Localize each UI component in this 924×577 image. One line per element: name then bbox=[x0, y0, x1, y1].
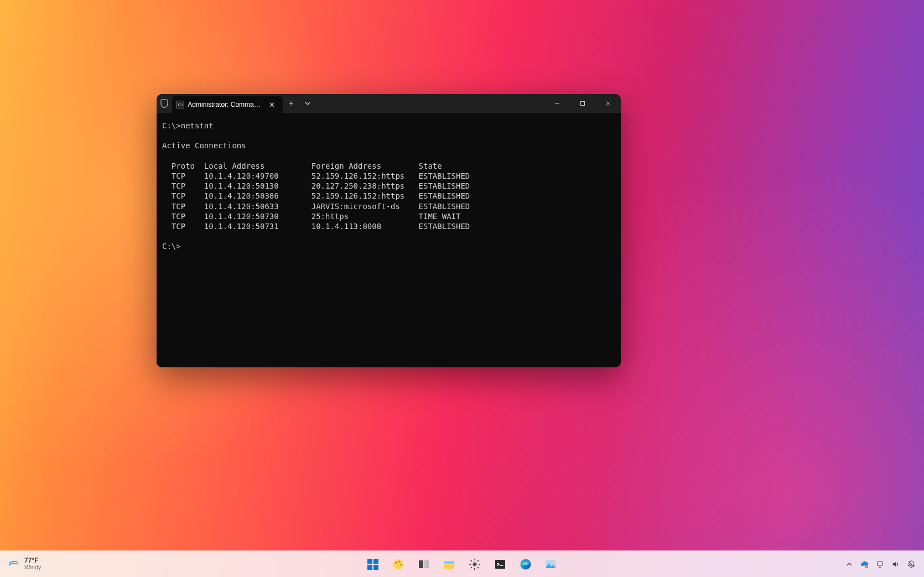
new-tab-button[interactable]: ＋ bbox=[283, 94, 299, 113]
taskbar-app-explorer[interactable] bbox=[438, 553, 460, 575]
svg-rect-0 bbox=[581, 102, 585, 106]
svg-point-8 bbox=[400, 564, 402, 565]
svg-rect-1 bbox=[367, 559, 372, 564]
taskbar-app-edge[interactable] bbox=[515, 553, 537, 575]
weather-condition: Windy bbox=[24, 564, 41, 571]
start-button[interactable] bbox=[362, 553, 384, 575]
svg-rect-18 bbox=[878, 562, 883, 565]
svg-point-16 bbox=[553, 562, 554, 563]
shield-icon bbox=[157, 94, 172, 113]
tab-title: Administrator: Command Pro bbox=[188, 101, 263, 108]
taskbar: 77°F Windy bbox=[0, 550, 924, 577]
weather-widget[interactable]: 77°F Windy bbox=[0, 557, 41, 571]
cmd-icon: C:\ bbox=[177, 101, 184, 108]
svg-rect-10 bbox=[424, 560, 429, 568]
svg-point-6 bbox=[395, 562, 397, 563]
close-button[interactable] bbox=[595, 94, 621, 113]
svg-point-7 bbox=[398, 560, 400, 562]
tab-close-button[interactable]: ✕ bbox=[267, 100, 277, 110]
taskbar-app-terminal[interactable] bbox=[489, 553, 511, 575]
tray-volume-icon[interactable] bbox=[889, 553, 903, 575]
weather-icon bbox=[8, 557, 20, 571]
tray-overflow-button[interactable] bbox=[842, 553, 856, 575]
tab-dropdown-button[interactable] bbox=[299, 94, 316, 113]
terminal-window: C:\ Administrator: Command Pro ✕ ＋ C:\>n… bbox=[157, 94, 621, 367]
terminal-tab[interactable]: C:\ Administrator: Command Pro ✕ bbox=[172, 96, 283, 113]
svg-rect-9 bbox=[419, 560, 423, 568]
svg-rect-4 bbox=[373, 565, 378, 570]
svg-rect-3 bbox=[367, 565, 372, 570]
system-tray bbox=[842, 553, 924, 575]
taskbar-app-paint[interactable] bbox=[387, 553, 409, 575]
minimize-button[interactable] bbox=[544, 94, 570, 113]
taskbar-app-photos[interactable] bbox=[540, 553, 562, 575]
taskbar-app-taskview[interactable] bbox=[413, 553, 435, 575]
svg-point-12 bbox=[473, 562, 477, 566]
terminal-output[interactable]: C:\>netstat Active Connections Proto Loc… bbox=[157, 113, 621, 367]
svg-rect-2 bbox=[373, 559, 378, 564]
svg-rect-13 bbox=[495, 560, 505, 569]
maximize-button[interactable] bbox=[570, 94, 595, 113]
taskbar-center bbox=[362, 553, 562, 575]
tray-notifications-icon[interactable] bbox=[904, 553, 918, 575]
taskbar-app-settings[interactable] bbox=[464, 553, 486, 575]
window-titlebar[interactable]: C:\ Administrator: Command Pro ✕ ＋ bbox=[157, 94, 621, 113]
tray-network-icon[interactable] bbox=[873, 553, 887, 575]
tray-onedrive-icon[interactable] bbox=[858, 553, 872, 575]
svg-rect-11 bbox=[444, 562, 454, 563]
